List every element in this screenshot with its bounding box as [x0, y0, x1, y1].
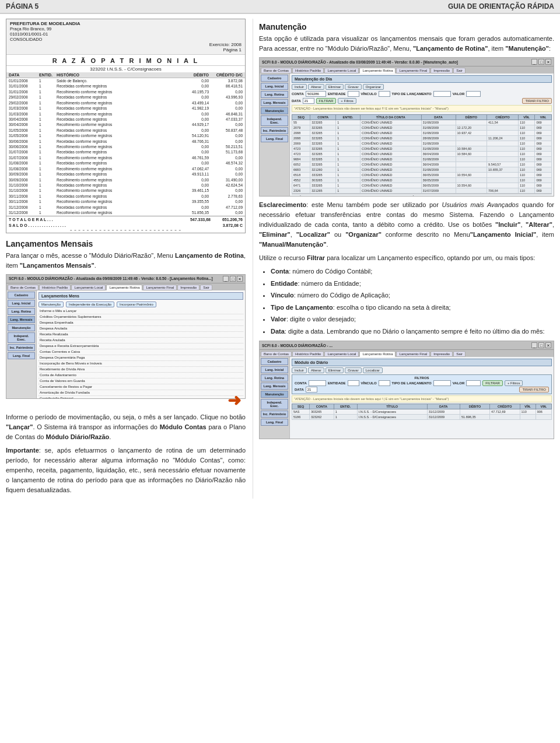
- manut-maximize[interactable]: □: [538, 59, 544, 65]
- sidebar-item-6[interactable]: Inc. Patrimônio: [8, 344, 35, 351]
- lanc-tab-3[interactable]: Lançamento Rotina: [106, 285, 142, 290]
- list-item[interactable]: Despesa Anulada: [38, 326, 243, 332]
- sidebar-item-5[interactable]: Independ. Exec.: [8, 332, 35, 343]
- list-item[interactable]: Despesa Orçamentária Paga: [38, 355, 243, 361]
- manut-tab-1[interactable]: Histórico Padrão: [292, 68, 324, 73]
- close-btn[interactable]: ✕: [237, 276, 243, 282]
- diario-tab-6[interactable]: Sair: [453, 351, 466, 357]
- list-item[interactable]: Informe o Mês a Lançar: [38, 309, 243, 314]
- valor-input[interactable]: [466, 91, 481, 97]
- lanc-tab-5[interactable]: Impressão: [177, 285, 200, 290]
- vinculo-input[interactable]: [379, 91, 390, 97]
- list-item[interactable]: Contas Correntes e Caixa: [38, 349, 243, 355]
- diario-sidebar-item-6[interactable]: Inc. Patrimônio: [261, 411, 288, 418]
- d-valor-input[interactable]: [466, 380, 481, 386]
- filtrar-btn[interactable]: FILTRAR: [316, 98, 337, 104]
- diario-close[interactable]: ✕: [545, 342, 551, 348]
- manut-tab-6[interactable]: Sair: [453, 68, 466, 73]
- lanc-tab-1[interactable]: Histórico Padrão: [39, 285, 71, 290]
- manut-sidebar-item-6[interactable]: Inc. Patrimônio: [261, 127, 288, 134]
- diario-sidebar-item-4[interactable]: Manutenção: [261, 391, 288, 398]
- lanc-tab-6[interactable]: Sair: [200, 285, 212, 290]
- manut-sidebar-item-7[interactable]: Lang. Final: [261, 135, 288, 142]
- diario-sidebar-item-5[interactable]: Independ. Exec.: [261, 399, 288, 409]
- diario-sidebar-item-7[interactable]: Lang. Final: [261, 419, 288, 426]
- manut-tab-0[interactable]: Bano de Contas: [261, 68, 292, 73]
- sidebar-item-1[interactable]: Lang. Inicial: [8, 300, 35, 307]
- sidebar-item-4[interactable]: Manutenção: [8, 324, 35, 331]
- diario-sidebar-item-3[interactable]: Lang. Mensais: [261, 383, 288, 390]
- crud-btn-incluir[interactable]: Incluir: [292, 84, 307, 90]
- manut-sidebar-item-1[interactable]: Lang. Inicial: [261, 83, 288, 90]
- list-item[interactable]: Cancelamento de Restos a Pagar: [38, 384, 243, 390]
- tirar-filtro-btn[interactable]: TIRAR FILTRO: [522, 98, 552, 104]
- maximize-btn[interactable]: □: [230, 276, 236, 282]
- lanc-tab-2[interactable]: Lançamento Local: [71, 285, 106, 290]
- list-item[interactable]: Contribuição Patronal: [38, 396, 243, 398]
- list-item[interactable]: Despesa Empenhada: [38, 320, 243, 326]
- conta-input[interactable]: [306, 91, 326, 97]
- diario-tab-1[interactable]: Histórico Padrão: [292, 351, 324, 357]
- filter-row: CONTA ENTIDADE VÍNCULO TIPO DE LANÇAMENT…: [292, 91, 552, 97]
- manut-sidebar-item-2[interactable]: Lang. Rotina: [261, 91, 288, 98]
- sidebar-item-3[interactable]: Lang. Mensais: [8, 316, 35, 323]
- diario-tab-5[interactable]: Impressão: [430, 351, 453, 357]
- lanc-tab-0[interactable]: Bano de Contas: [8, 285, 38, 290]
- diario-crud-btn-eliminar[interactable]: Eliminar: [326, 367, 344, 373]
- data-input[interactable]: [303, 98, 314, 104]
- manut-sidebar-item-5[interactable]: Independ. Exec.: [261, 115, 288, 126]
- manut-close[interactable]: ✕: [545, 59, 551, 65]
- list-item[interactable]: Despesa e Receita Extraorçamentária: [38, 344, 243, 349]
- diario-tab-2[interactable]: Lançamento Local: [324, 351, 359, 357]
- list-item[interactable]: Amortização de Dívida Fundada: [38, 390, 243, 396]
- manut-sidebar-item-4[interactable]: Manutenção: [261, 107, 288, 114]
- diario-tab-4[interactable]: Lançamento Final: [396, 351, 430, 357]
- diario-sidebar-item-1[interactable]: Lang. Inicial: [261, 366, 288, 373]
- manut-minimize[interactable]: _: [531, 59, 537, 65]
- entidade-input[interactable]: [348, 91, 359, 97]
- filtros-btn[interactable]: + Filtros: [338, 98, 356, 104]
- manut-tab-2[interactable]: Lançamento Local: [324, 68, 359, 73]
- d-filtrar-btn[interactable]: FILTRAR: [482, 380, 503, 386]
- d-tipo-input[interactable]: [433, 380, 451, 386]
- diario-crud-btn-gravar[interactable]: Gravar: [345, 367, 361, 373]
- list-item[interactable]: Créditos Orçamentários Suplementares: [38, 314, 243, 320]
- sidebar-item-0[interactable]: Cadastro: [8, 292, 35, 299]
- manut-sidebar-item-0[interactable]: Cadastro: [261, 75, 288, 82]
- manut-tab-4[interactable]: Lançamento Final: [396, 68, 430, 73]
- crud-btn-gravar[interactable]: Gravar: [345, 84, 361, 90]
- d-conta-input[interactable]: [309, 380, 326, 386]
- d-data-input[interactable]: [306, 387, 317, 392]
- sidebar-item-2[interactable]: Lang. Rotina: [8, 308, 35, 315]
- diario-sidebar-item-0[interactable]: Cadastro: [261, 358, 288, 365]
- d-filtros-btn[interactable]: + Filtros: [505, 380, 523, 386]
- manut-sidebar-item-3[interactable]: Lang. Mensais: [261, 99, 288, 106]
- list-item[interactable]: Conta de Valores em Guarda: [38, 378, 243, 384]
- diario-tab-0[interactable]: Bano de Contas: [261, 351, 292, 357]
- tipo-input[interactable]: [433, 91, 451, 97]
- crud-btn-alterar[interactable]: Alterar: [308, 84, 324, 90]
- list-item[interactable]: Receita Anulada: [38, 338, 243, 344]
- diario-maximize[interactable]: □: [538, 342, 544, 348]
- crud-btn-eliminar[interactable]: Eliminar: [326, 84, 344, 90]
- d-entidade-input[interactable]: [348, 380, 359, 386]
- list-item[interactable]: Receita Realizada: [38, 332, 243, 338]
- minimize-btn[interactable]: _: [223, 276, 229, 282]
- diario-sidebar-item-2[interactable]: Lang. Rotina: [261, 374, 288, 381]
- list-item[interactable]: Incorporação de Bens Móveis e Imóveis: [38, 361, 243, 367]
- d-vinculo-input[interactable]: [379, 380, 390, 386]
- crud-btn-organizar[interactable]: Organizar: [363, 84, 384, 90]
- diario-minimize[interactable]: _: [531, 342, 537, 348]
- manut-tab-5[interactable]: Impressão: [430, 68, 453, 73]
- list-item[interactable]: Conta de Adiantamento: [38, 373, 243, 378]
- d-tirar-filtro-btn[interactable]: TIRAR FILTRO: [519, 387, 549, 392]
- lanc-tab-4[interactable]: Lançamento Final: [143, 285, 177, 290]
- diario-crud-btn-incluir[interactable]: Incluir: [292, 367, 307, 373]
- list-item[interactable]: Recebimento de Dívida Ativa: [38, 367, 243, 373]
- diario-crud-btn-localizar[interactable]: Localizar: [363, 367, 383, 373]
- sidebar-item-7[interactable]: Lang. Final: [8, 352, 35, 359]
- diario-crud-btn-alterar[interactable]: Alterar: [308, 367, 324, 373]
- manut-tab-3[interactable]: Lançamento Rotina: [359, 68, 396, 73]
- diario-tab-3[interactable]: Lançamento Rotina: [359, 351, 396, 357]
- informe-text: Informe o período de movimentação, ou se…: [6, 412, 246, 442]
